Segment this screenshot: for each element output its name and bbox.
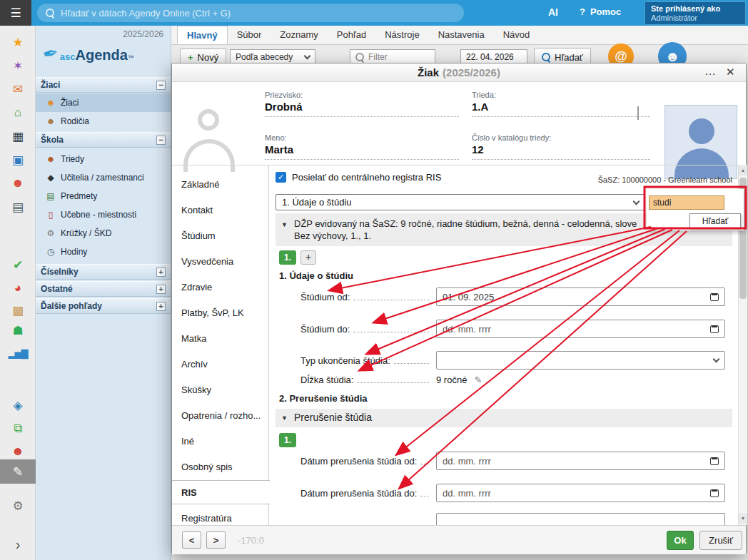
- sidebar-item-ziaci[interactable]: ☻ Žiaci: [36, 93, 171, 112]
- tab-pohlad[interactable]: Pohľad: [328, 26, 375, 44]
- study-length-row: Dĺžka štúdia: 9 ročné ✎: [300, 370, 725, 389]
- sidebar-item-predmety[interactable]: ▤ Predmety: [36, 187, 171, 205]
- dialog-nav-opatrenia[interactable]: Opatrenia / rozho...: [172, 403, 268, 427]
- next-field-partial[interactable]: [436, 513, 725, 525]
- scroll-down-icon[interactable]: ▼: [739, 514, 747, 524]
- dialog-nav-zakladne[interactable]: Základné: [172, 172, 268, 196]
- sidebar-item-rodicia[interactable]: ☻ Rodičia: [36, 112, 171, 131]
- tab-nastroje[interactable]: Nástroje: [375, 26, 428, 44]
- calendar-icon[interactable]: [710, 293, 719, 301]
- tab-zoznamy[interactable]: Zoznamy: [271, 26, 327, 44]
- tab-subor[interactable]: Súbor: [228, 26, 271, 44]
- ris-search-input[interactable]: studi: [649, 195, 724, 210]
- agenda-pen-icon[interactable]: ✎: [0, 459, 36, 484]
- dzp-summary-line2: Bez výchovy, 1., 1.: [294, 230, 725, 242]
- logged-in-user-badge[interactable]: Ste prihlásený ako Administrátor: [645, 1, 746, 25]
- hamburger-menu-icon[interactable]: ☰: [0, 0, 31, 26]
- ai-button[interactable]: AI: [548, 6, 558, 18]
- collapse-box-icon[interactable]: −: [156, 81, 166, 90]
- sidebar-item-triedy[interactable]: ☻ Triedy: [36, 150, 171, 168]
- sidebar-section-ciselniky[interactable]: Číselníky +: [36, 264, 171, 280]
- briefcase-icon[interactable]: ▩: [0, 300, 36, 321]
- interrupt-to-date-input[interactable]: dd. mm. rrrr: [436, 484, 725, 502]
- calendar-icon[interactable]: [710, 489, 719, 497]
- dialog-nav-matka[interactable]: Matka: [172, 326, 268, 350]
- shield-icon[interactable]: ☗: [0, 320, 36, 341]
- sidebar-section-ostatne[interactable]: Ostatné +: [36, 281, 171, 297]
- sidebar-item-kruzky[interactable]: ⚙ Krúžky / ŠKD: [36, 224, 171, 243]
- firstname-value[interactable]: Marta: [265, 143, 293, 156]
- reports-chart-icon[interactable]: ▂▅▇: [0, 342, 36, 364]
- calendar-icon[interactable]: [710, 457, 719, 465]
- edit-pencil-icon[interactable]: ✎: [474, 375, 482, 385]
- class-value[interactable]: 1.A: [472, 101, 488, 113]
- calendar-plan-icon[interactable]: ▤: [0, 196, 36, 218]
- sidebar-section-ziaci[interactable]: Žiaci −: [36, 77, 171, 93]
- dialog-nav-vysvedcenia[interactable]: Vysvedčenia: [172, 249, 268, 273]
- dialog-nav-zdravie[interactable]: Zdravie: [172, 275, 268, 299]
- dialog-nav-platby[interactable]: Platby, ŠvP, LK: [172, 300, 268, 325]
- ris-section-select[interactable]: 1. Údaje o štúdiu: [276, 194, 645, 210]
- magic-wand-icon[interactable]: ✶: [0, 55, 36, 76]
- dialog-nav-ris[interactable]: RIS: [172, 480, 270, 504]
- catalog-number-value[interactable]: 12: [472, 143, 484, 156]
- expand-box-icon[interactable]: +: [156, 302, 166, 311]
- star-icon[interactable]: ★: [0, 31, 36, 53]
- settings-gear-icon[interactable]: ⚙: [0, 495, 36, 516]
- documents-icon[interactable]: ⧉: [0, 418, 36, 439]
- next-record-button[interactable]: >: [206, 531, 226, 549]
- home-icon[interactable]: ⌂: [0, 102, 36, 123]
- grades-pie-icon[interactable]: ◕: [0, 278, 36, 299]
- ris-search-find-button[interactable]: Hľadať: [689, 213, 741, 228]
- tab-nastavenia[interactable]: Nastavenia: [429, 26, 494, 44]
- collapse-triangle-icon[interactable]: ▼: [281, 414, 288, 422]
- sidebar-section-dalsie-pohlady[interactable]: Ďalšie pohľady +: [36, 298, 171, 314]
- dialog-nav-archiv[interactable]: Archív: [172, 352, 268, 376]
- dialog-nav-skusky[interactable]: Skúšky: [172, 377, 268, 402]
- expand-box-icon[interactable]: +: [156, 285, 166, 294]
- timetable-icon[interactable]: ▦: [0, 126, 36, 147]
- sidebar-item-hodiny[interactable]: ◷ Hodiny: [36, 243, 171, 261]
- expand-box-icon[interactable]: +: [156, 268, 166, 277]
- end-type-select[interactable]: [436, 351, 725, 370]
- study-from-date-input[interactable]: 01. 09. 2025: [436, 287, 725, 306]
- dialog-nav-studium[interactable]: Štúdium: [172, 223, 268, 248]
- scroll-up-icon[interactable]: ▲: [739, 166, 747, 175]
- global-search-input[interactable]: Hľadať v dátach Agendy Online (Ctrl + G): [37, 4, 464, 22]
- calendar-icon[interactable]: [710, 325, 719, 333]
- interrupt-to-row: Dátum prerušenia štúdia do: dd. mm. rrrr: [300, 484, 725, 502]
- ebook-icon[interactable]: ▣: [0, 149, 36, 170]
- prev-record-button[interactable]: <: [182, 531, 201, 549]
- dialog-menu-button[interactable]: …: [699, 65, 722, 78]
- student-photo-placeholder[interactable]: [664, 105, 737, 179]
- collapse-box-icon[interactable]: −: [156, 136, 166, 145]
- substitutions-icon[interactable]: ☻: [0, 173, 36, 194]
- attendance-check-icon[interactable]: ✔: [0, 254, 36, 275]
- study-to-date-input[interactable]: dd. mm. rrrr: [436, 320, 725, 338]
- mail-icon[interactable]: ✉: [0, 78, 36, 100]
- chevron-down-icon[interactable]: [637, 106, 639, 119]
- sidebar-section-skola[interactable]: Škola −: [36, 132, 171, 148]
- tab-navod[interactable]: Návod: [494, 26, 540, 44]
- dialog-nav-ine[interactable]: Iné: [172, 429, 268, 453]
- interrupt-from-date-input[interactable]: dd. mm. rrrr: [436, 452, 725, 470]
- add-record-button[interactable]: +: [300, 250, 316, 265]
- checkbox-checked-icon[interactable]: ✓: [276, 172, 286, 183]
- collapse-triangle-icon[interactable]: ▼: [281, 219, 288, 231]
- help-button[interactable]: ? Pomoc: [580, 6, 621, 17]
- sidebar-item-ucebne[interactable]: ▯ Učebne - miestnosti: [36, 205, 171, 224]
- tab-hlavny[interactable]: Hlavný: [177, 26, 228, 44]
- surname-value[interactable]: Drobná: [265, 101, 303, 113]
- dialog-nav-kontakt[interactable]: Kontakt: [172, 198, 268, 222]
- expand-rail-chevron-icon[interactable]: ›: [0, 534, 36, 555]
- close-icon[interactable]: ✕: [722, 66, 739, 78]
- record-number-badge[interactable]: 1.: [279, 433, 296, 447]
- question-icon: ?: [580, 6, 585, 17]
- dialog-nav-osobny-spis[interactable]: Osobný spis: [172, 454, 268, 479]
- sidebar-item-ucitelia[interactable]: ◆ Učitelia / zamestnanci: [36, 168, 171, 187]
- record-number-badge[interactable]: 1.: [279, 250, 296, 265]
- cancel-button[interactable]: Zrušiť: [699, 531, 742, 550]
- library-icon[interactable]: ◈: [0, 394, 36, 416]
- interrupt-band[interactable]: ▼ Prerušenie štúdia: [276, 409, 732, 427]
- ok-button[interactable]: Ok: [667, 531, 694, 550]
